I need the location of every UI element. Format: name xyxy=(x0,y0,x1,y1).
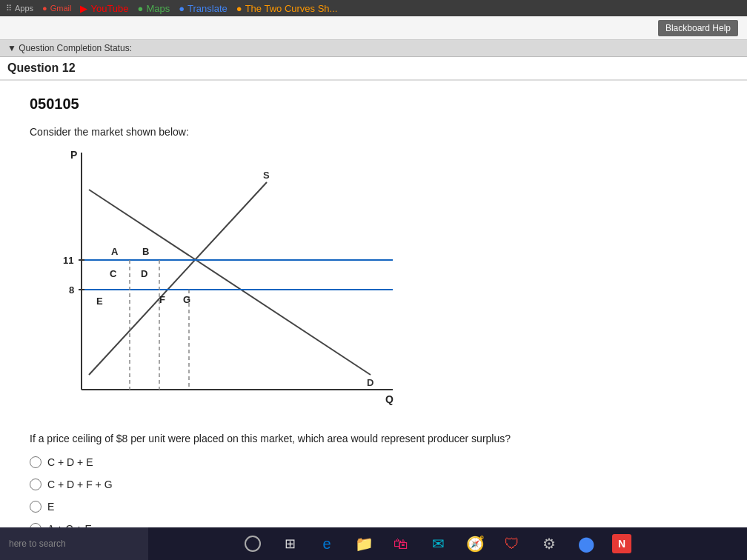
answer-option-1: C + D + E xyxy=(30,456,717,468)
gear-icon: ⚙ xyxy=(542,535,556,553)
question-number: 050105 xyxy=(30,96,717,113)
svg-text:11: 11 xyxy=(63,255,73,266)
question-title-bar: Question 12 xyxy=(0,57,747,81)
browser-bar: ⠿ Apps ● Gmail ▶ YouTube ● Maps ● Transl… xyxy=(0,0,747,16)
gmail-icon[interactable]: ● Gmail xyxy=(42,4,71,13)
edge-icon: e xyxy=(322,536,331,553)
taskbar-circle-icon[interactable] xyxy=(242,533,264,555)
taskbar-n-icon[interactable]: N xyxy=(612,534,631,553)
search-placeholder: here to search xyxy=(9,539,66,549)
taskbar-mail-icon[interactable]: ✉ xyxy=(427,533,449,555)
answer-radio-3[interactable] xyxy=(30,501,42,513)
translate-icon[interactable]: ● Translate xyxy=(179,3,228,14)
maps-label: Maps xyxy=(146,3,170,14)
taskbar-tiles-icon[interactable]: ⊞ xyxy=(279,533,301,555)
youtube-icon[interactable]: ▶ YouTube xyxy=(80,3,128,14)
svg-text:C: C xyxy=(110,268,117,279)
taskbar-folder-icon[interactable]: 📁 xyxy=(353,533,375,555)
taskbar-chrome-icon[interactable]: ⬤ xyxy=(575,533,597,555)
youtube-label: YouTube xyxy=(90,3,128,14)
folder-icon: 📁 xyxy=(355,535,374,553)
answer-options: C + D + E C + D + F + G E A + C + E xyxy=(30,456,717,535)
question-preamble: Consider the market shown below: xyxy=(30,126,717,138)
question-title: Question 12 xyxy=(7,61,76,74)
answer-label-2: C + D + F + G xyxy=(47,479,113,490)
translate-label: Translate xyxy=(187,3,228,14)
shield-icon: 🛡 xyxy=(505,536,519,553)
chrome-icon: ⬤ xyxy=(578,535,594,553)
chart-container: P Q S D 11 xyxy=(30,145,400,419)
main-content: 050105 Consider the market shown below: … xyxy=(0,81,747,536)
completion-status-label: ▼ Question Completion Status: xyxy=(7,43,132,53)
svg-text:Q: Q xyxy=(385,393,394,405)
taskbar-bag-icon[interactable]: 🛍 xyxy=(390,533,412,555)
svg-text:G: G xyxy=(183,294,190,305)
svg-line-6 xyxy=(89,190,371,375)
svg-text:P: P xyxy=(70,149,77,161)
answer-option-3: E xyxy=(30,501,717,513)
answer-label-3: E xyxy=(47,501,54,513)
economic-chart: P Q S D 11 xyxy=(30,145,400,419)
taskbar-compass-icon[interactable]: 🧭 xyxy=(464,533,486,555)
compass-icon: 🧭 xyxy=(466,535,485,553)
question-body: If a price ceiling of $8 per unit were p… xyxy=(30,433,717,444)
gmail-label: Gmail xyxy=(50,4,72,13)
answer-label-1: C + D + E xyxy=(47,456,93,468)
twocurves-icon[interactable]: ● The Two Curves Sh... xyxy=(236,3,338,14)
svg-text:8: 8 xyxy=(69,284,74,296)
apps-icon[interactable]: ⠿ Apps xyxy=(6,4,33,13)
answer-option-2: C + D + F + G xyxy=(30,479,717,490)
taskbar-edge-icon[interactable]: e xyxy=(316,533,338,555)
svg-text:A: A xyxy=(111,246,119,257)
mail-icon: ✉ xyxy=(432,535,445,553)
taskbar-shield-icon[interactable]: 🛡 xyxy=(501,533,523,555)
svg-text:D: D xyxy=(367,377,374,388)
bag-icon: 🛍 xyxy=(394,536,408,553)
page-wrapper: Blackboard Help ▼ Question Completion St… xyxy=(0,16,747,542)
apps-label: Apps xyxy=(15,4,33,13)
windows-icon xyxy=(245,536,261,552)
blackboard-help-button[interactable]: Blackboard Help xyxy=(658,20,738,36)
svg-text:E: E xyxy=(96,296,103,307)
taskbar-gear-icon[interactable]: ⚙ xyxy=(538,533,560,555)
completion-status-bar: ▼ Question Completion Status: xyxy=(0,40,747,57)
answer-radio-1[interactable] xyxy=(30,456,42,468)
tiles-icon: ⊞ xyxy=(285,536,296,552)
maps-icon[interactable]: ● Maps xyxy=(138,3,170,14)
svg-text:S: S xyxy=(263,170,270,181)
search-bar: here to search xyxy=(0,527,148,560)
taskbar: here to search ⊞ e 📁 🛍 ✉ 🧭 🛡 ⚙ ⬤ N xyxy=(0,527,747,560)
svg-text:B: B xyxy=(142,246,149,257)
answer-radio-2[interactable] xyxy=(30,479,42,490)
svg-text:F: F xyxy=(159,294,165,305)
header-bar: Blackboard Help xyxy=(0,16,747,40)
twocurves-label: The Two Curves Sh... xyxy=(245,3,338,14)
svg-text:D: D xyxy=(141,268,147,279)
